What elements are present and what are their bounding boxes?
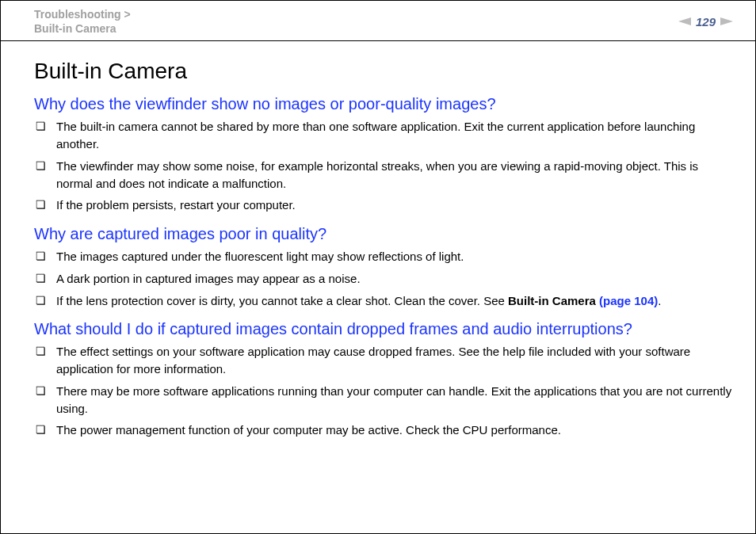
section-heading: Why does the viewfinder show no images o…	[34, 95, 733, 113]
list-item: The images captured under the fluorescen…	[34, 248, 733, 265]
list-item: There may be more software applications …	[34, 383, 733, 418]
bullet-list: The images captured under the fluorescen…	[34, 248, 733, 309]
prev-page-arrow-icon[interactable]	[678, 17, 691, 25]
page-frame: Troubleshooting > Built-in Camera 129 Bu…	[0, 0, 756, 534]
bullet-list: The built-in camera cannot be shared by …	[34, 118, 733, 214]
page-title: Built-in Camera	[34, 59, 733, 84]
list-item: A dark portion in captured images may ap…	[34, 270, 733, 288]
svg-marker-0	[678, 17, 691, 25]
section-heading: Why are captured images poor in quality?	[34, 225, 733, 243]
list-item: The effect settings on your software app…	[34, 343, 733, 378]
list-item: The power management function of your co…	[34, 421, 733, 439]
svg-marker-1	[720, 17, 733, 25]
page-number: 129	[696, 15, 716, 29]
breadcrumb-line-2: Built-in Camera	[34, 22, 116, 35]
page-reference-link[interactable]: (page 104)	[599, 294, 658, 307]
breadcrumb-line-1: Troubleshooting >	[34, 8, 131, 21]
list-item: The built-in camera cannot be shared by …	[34, 118, 733, 153]
page-header: Troubleshooting > Built-in Camera 129	[1, 1, 755, 41]
bold-text: Built-in Camera	[508, 294, 599, 307]
bullet-list: The effect settings on your software app…	[34, 343, 733, 439]
list-item: The viewfinder may show some noise, for …	[34, 158, 733, 193]
list-item-text: If the lens protection cover is dirty, y…	[56, 294, 508, 307]
next-page-arrow-icon[interactable]	[720, 17, 733, 25]
list-item-text: .	[658, 294, 661, 307]
list-item: If the problem persists, restart your co…	[34, 196, 733, 214]
page-content: Built-in Camera Why does the viewfinder …	[1, 41, 755, 439]
page-number-nav: 129	[678, 15, 733, 29]
section-heading: What should I do if captured images cont…	[34, 320, 733, 338]
list-item: If the lens protection cover is dirty, y…	[34, 292, 733, 310]
breadcrumb: Troubleshooting > Built-in Camera	[34, 7, 131, 36]
